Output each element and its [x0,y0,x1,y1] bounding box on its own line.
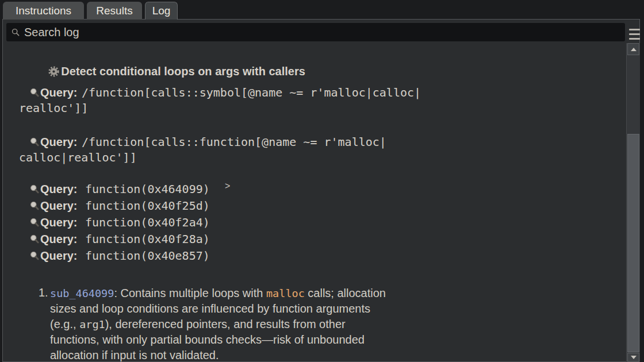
query-code: function(0x40e857) [85,249,210,263]
log-panel: Search log Detect conditional loops on a… [2,19,640,362]
expand-chevron-icon[interactable]: > [225,181,230,191]
tab-bar: InstructionsResultsLog [3,2,178,20]
gear-icon [48,66,59,77]
function-link[interactable]: sub_464099 [50,287,114,299]
query-code: /function[calls::symbol[@name ~= r'mallo… [82,86,421,99]
tab-log[interactable]: Log [145,2,178,20]
query-label: Query: [40,233,77,245]
query-label: Query: [40,199,77,212]
scroll-down-button[interactable] [627,353,639,362]
query-line: Query: /function[calls::function[@name ~… [30,135,386,149]
search-icon [12,28,20,37]
query-code: realloc']] [19,101,88,115]
query-code: function(0x40f28a) [85,232,210,246]
result-line: sub_464099: Contains multiple loops with… [50,286,386,301]
up-arrow-icon [631,48,637,51]
query-code: calloc|realloc']] [19,151,137,164]
magnifier-icon [30,251,40,261]
query-line: Query: function(0x40f28a) [30,232,210,247]
result-text: malloc [266,287,305,299]
query-line: Query: function(0x40f2a4) [30,215,210,230]
result-text: sizes and loop conditions are influenced… [50,302,370,315]
scrollbar[interactable] [626,43,640,362]
query-line: Query: function(0x40f25d) [30,199,210,213]
query-label: Query: [40,249,77,262]
tab-instructions[interactable]: Instructions [3,2,84,20]
result-line: (e.g., arg1), dereferenced pointers, and… [50,317,346,332]
search-placeholder: Search log [24,26,79,39]
down-arrow-icon [631,356,637,359]
query-code: /function[calls::function[@name ~= r'mal… [82,135,386,149]
magnifier-icon [30,88,40,98]
result-number: 1. [39,286,48,299]
search-bar[interactable]: Search log [6,23,625,41]
log-content: Detect conditional loops on args with ca… [3,43,626,362]
query-line: Query: /function[calls::symbol[@name ~= … [30,86,421,100]
result-text: arg1 [79,318,105,330]
magnifier-icon [30,218,40,228]
query-label: Query: [40,136,77,148]
result-text: functions, with only partial bounds chec… [50,333,365,346]
scrollbar-thumb[interactable] [627,134,639,352]
query-line: Query: function(0x40e857) [30,249,210,263]
log-header-text: Detect conditional loops on args with ca… [61,65,305,78]
result-line: functions, with only partial bounds chec… [50,333,365,347]
query-code: function(0x40f25d) [85,199,210,213]
magnifier-icon [30,184,40,194]
result-text: ), dereferenced pointers, and results fr… [105,318,346,330]
query-line-wrap: calloc|realloc']] [18,151,137,165]
result-line: allocation if input is not validated. [50,348,219,362]
query-line-wrap: realloc']] [18,101,88,115]
result-line: sizes and loop conditions are influenced… [50,302,370,316]
menu-icon[interactable] [629,29,640,40]
query-line: Query: function(0x464099) [30,182,210,197]
magnifier-icon [30,137,40,147]
magnifier-icon [30,201,40,211]
query-code: function(0x40f2a4) [85,215,210,229]
result-text: calls; allocation [305,287,386,299]
tab-results[interactable]: Results [87,2,142,20]
result-text: allocation if input is not validated. [50,349,219,361]
magnifier-icon [30,234,40,244]
query-label: Query: [40,216,77,229]
scroll-up-button[interactable] [627,43,639,55]
result-text: : Contains multiple loops with [114,287,266,299]
query-label: Query: [40,183,77,195]
result-text: (e.g., [50,318,79,330]
query-label: Query: [40,86,77,99]
query-code: function(0x464099) [85,182,210,196]
